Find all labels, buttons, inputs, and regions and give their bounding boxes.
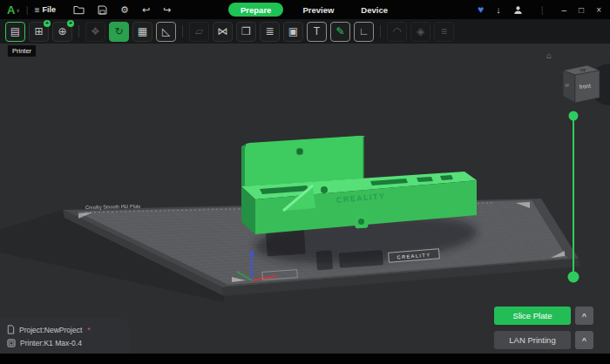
tab-preview[interactable]: Preview	[295, 3, 342, 17]
titlebar-divider: |	[26, 4, 29, 15]
mirror-button[interactable]: ⋈	[213, 22, 233, 42]
toolbar-separator	[78, 25, 79, 37]
status-bar	[0, 354, 610, 364]
mirror-icon: ⋈	[218, 25, 228, 37]
printer-icon: ▤	[10, 25, 20, 37]
printer-row: Printer:K1 Max-0.4	[7, 336, 122, 349]
lan-printing-button[interactable]: LAN Printing	[494, 331, 571, 349]
text-icon: T	[314, 25, 320, 37]
measure-button[interactable]: ∟	[354, 22, 374, 42]
scale-button: ▱	[189, 22, 209, 42]
rotate-button[interactable]: ↻	[109, 22, 129, 42]
split-icon: ≣	[265, 25, 274, 37]
sketch-button[interactable]: ✎	[330, 22, 350, 42]
measure-icon: ∟	[359, 25, 369, 37]
app-logo-icon[interactable]: A	[7, 3, 14, 17]
view-cube-left-label: le	[565, 82, 569, 88]
scale-icon: ▱	[195, 25, 203, 37]
project-row: Project:NewProject *	[7, 323, 122, 336]
support-icon: ◠	[392, 25, 401, 37]
move-icon: ❖	[91, 25, 100, 37]
user-account-icon[interactable]	[513, 5, 523, 15]
printer-box-icon	[7, 339, 16, 347]
slider-bottom-handle[interactable]	[568, 272, 580, 283]
printer-button[interactable]: ▤	[5, 22, 25, 42]
object-list-icon: ≡	[441, 25, 447, 37]
add-badge-icon: +	[67, 20, 74, 27]
clone-icon: ❐	[241, 25, 251, 37]
model-hole	[296, 148, 303, 155]
move-button: ❖	[85, 22, 105, 42]
hamburger-menu-icon[interactable]: ≡	[35, 5, 40, 15]
slice-plate-button[interactable]: Slice Plate	[494, 307, 571, 325]
close-button[interactable]: ×	[596, 5, 601, 15]
logo-chevron-down-icon[interactable]: ∨	[16, 7, 19, 13]
minimize-button[interactable]: –	[562, 5, 567, 15]
add-model-button[interactable]: ⊞+	[29, 22, 49, 42]
add-badge-icon: +	[44, 20, 51, 27]
auto-arrange-icon: ▦	[138, 25, 147, 37]
lan-options-caret-icon[interactable]: ^	[575, 331, 593, 349]
seam-icon: ◈	[417, 25, 424, 37]
rotate-icon: ↻	[114, 25, 123, 37]
clone-button[interactable]: ❐	[236, 22, 256, 42]
add-model-icon: ⊞	[34, 25, 43, 37]
split-button[interactable]: ≣	[260, 22, 280, 42]
folder-icon	[73, 5, 85, 15]
lay-on-face-button[interactable]: ◺	[156, 22, 176, 42]
boolean-icon: ▣	[288, 25, 298, 37]
seam-button: ◈	[410, 22, 430, 42]
redo-icon[interactable]: ↪	[163, 5, 171, 15]
settings-gear-icon[interactable]: ⚙	[120, 5, 129, 15]
person-icon	[513, 5, 523, 15]
toolbar-separator	[380, 25, 381, 37]
sketch-icon: ✎	[336, 25, 344, 37]
slider-top-handle[interactable]	[569, 111, 579, 121]
toolbar: ▤⊞+⊕+❖↻▦◺▱⋈❐≣▣T✎∟◠◈≡	[0, 19, 610, 44]
download-icon[interactable]: ↓	[496, 5, 501, 15]
home-view-icon[interactable]: ⌂	[546, 51, 552, 60]
text-button[interactable]: T	[307, 22, 327, 42]
document-icon	[7, 325, 15, 334]
boolean-button[interactable]: ▣	[283, 22, 303, 42]
toolbar-separator	[182, 25, 183, 37]
view-cube[interactable]: top le front	[563, 65, 600, 103]
open-folder-button[interactable]	[73, 5, 85, 15]
add-plate-icon: ⊕	[58, 25, 66, 37]
printer-name: Printer:K1 Max-0.4	[20, 339, 82, 347]
maximize-button[interactable]: □	[579, 5, 584, 15]
support-button: ◠	[387, 22, 407, 42]
window-controls-divider: |	[541, 4, 544, 15]
tab-prepare[interactable]: Prepare	[228, 3, 283, 17]
object-list-button: ≡	[434, 22, 454, 42]
printer-tooltip: Printer	[7, 44, 37, 57]
mode-tabs: Prepare Preview Device	[228, 2, 396, 17]
slice-options-caret-icon[interactable]: ^	[575, 307, 593, 325]
lay-on-face-icon: ◺	[162, 25, 170, 37]
save-button[interactable]	[98, 5, 107, 15]
project-name: Project:NewProject	[19, 326, 82, 334]
unsaved-marker: *	[87, 326, 91, 334]
add-plate-button[interactable]: ⊕+	[52, 22, 72, 42]
project-info-panel: Project:NewProject * Printer:K1 Max-0.4	[0, 319, 129, 354]
creality-print-window: A ∨ | ≡ File ⚙ ↩ ↪ Prepare Preview	[0, 0, 610, 364]
titlebar: A ∨ | ≡ File ⚙ ↩ ↪ Prepare Preview	[0, 0, 610, 19]
favorite-heart-icon[interactable]: ♥	[478, 3, 484, 16]
tab-device[interactable]: Device	[353, 3, 396, 17]
file-menu[interactable]: File	[43, 5, 57, 14]
undo-icon[interactable]: ↩	[142, 5, 150, 15]
view-cube-front-label: front	[579, 83, 591, 90]
auto-arrange-button[interactable]: ▦	[132, 22, 152, 42]
floppy-save-icon	[98, 5, 107, 15]
model-tab	[355, 215, 369, 229]
